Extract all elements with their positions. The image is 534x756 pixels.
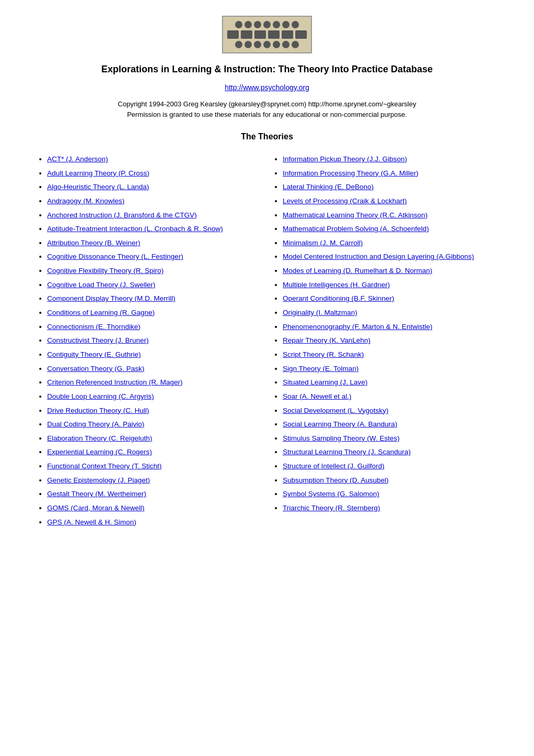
list-item: Experiential Learning (C. Rogers) [47, 445, 262, 459]
list-item: Script Theory (R. Schank) [283, 347, 497, 361]
list-item: Multiple Intelligences (H. Gardner) [283, 278, 497, 292]
list-item: Aptitude-Treatment Interaction (L. Cronb… [47, 222, 262, 236]
theory-link[interactable]: Minimalism (J. M. Carroll) [283, 239, 363, 247]
list-item: Symbol Systems (G. Salomon) [283, 487, 497, 501]
list-item: Modes of Learning (D. Rumelhart & D. Nor… [283, 264, 497, 278]
theory-link[interactable]: Stimulus Sampling Theory (W. Estes) [283, 434, 399, 442]
theory-link[interactable]: Social Development (L. Vygotsky) [283, 407, 388, 414]
theory-link[interactable]: Cognitive Flexibility Theory (R. Spiro) [47, 267, 164, 275]
theory-link[interactable]: Information Processing Theory (G.A. Mill… [283, 169, 418, 177]
theory-link[interactable]: Social Learning Theory (A. Bandura) [283, 420, 397, 428]
theory-link[interactable]: Conditions of Learning (R. Gagne) [47, 309, 155, 316]
list-item: Elaboration Theory (C. Reigeluth) [47, 431, 262, 445]
theory-link[interactable]: Cognitive Dissonance Theory (L. Festinge… [47, 253, 183, 260]
list-item: Connectionism (E. Thorndike) [47, 320, 262, 334]
theory-link[interactable]: Aptitude-Treatment Interaction (L. Cronb… [47, 225, 223, 233]
list-item: Levels of Processing (Craik & Lockhart) [283, 194, 497, 208]
theory-link[interactable]: Algo-Heuristic Theory (L. Landa) [47, 183, 149, 191]
theory-link[interactable]: Andragogy (M. Knowles) [47, 197, 125, 205]
list-item: Sign Theory (E. Tolman) [283, 361, 497, 376]
theory-link[interactable]: Levels of Processing (Craik & Lockhart) [283, 197, 407, 205]
list-item: Adult Learning Theory (P. Cross) [47, 166, 262, 180]
list-item: Model Centered Instruction and Design La… [283, 249, 497, 264]
theory-link[interactable]: Symbol Systems (G. Salomon) [283, 490, 380, 498]
theory-link[interactable]: Criterion Referenced Instruction (R. Mag… [47, 378, 183, 386]
theory-link[interactable]: Attribution Theory (B. Weiner) [47, 239, 140, 247]
theory-link[interactable]: Double Loop Learning (C. Argyris) [47, 392, 154, 400]
theory-link[interactable]: Genetic Epistemology (J. Piaget) [47, 476, 150, 484]
logo-container [31, 16, 503, 53]
list-item: Mathematical Learning Theory (R.C. Atkin… [283, 208, 497, 222]
list-item: Minimalism (J. M. Carroll) [283, 236, 497, 250]
theory-link[interactable]: Structural Learning Theory (J. Scandura) [283, 448, 410, 456]
theories-list: ACT* (J. Anderson)Adult Learning Theory … [31, 152, 503, 529]
theory-link[interactable]: Multiple Intelligences (H. Gardner) [283, 281, 390, 289]
theory-link[interactable]: Functional Context Theory (T. Sticht) [47, 462, 162, 470]
theory-link[interactable]: Gestalt Theory (M. Wertheimer) [47, 490, 146, 498]
list-item: Operant Conditioning (B.F. Skinner) [283, 291, 497, 305]
theory-link[interactable]: Cognitive Load Theory (J. Sweller) [47, 281, 155, 289]
theory-link[interactable]: Sign Theory (E. Tolman) [283, 365, 359, 372]
theory-link[interactable]: Drive Reduction Theory (C. Hull) [47, 407, 149, 414]
list-item: Subsumption Theory (D. Ausubel) [283, 473, 497, 487]
theory-link[interactable]: Dual Coding Theory (A. Paivio) [47, 420, 144, 428]
list-item: Dual Coding Theory (A. Paivio) [47, 417, 262, 431]
list-item: Soar (A. Newell et al.) [283, 389, 497, 403]
theory-link[interactable]: ACT* (J. Anderson) [47, 155, 108, 163]
list-item: Social Learning Theory (A. Bandura) [283, 417, 497, 431]
theory-link[interactable]: Contiguity Theory (E. Guthrie) [47, 350, 141, 358]
list-item: Genetic Epistemology (J. Piaget) [47, 473, 262, 487]
theory-link[interactable]: Modes of Learning (D. Rumelhart & D. Nor… [283, 267, 432, 275]
theory-link[interactable]: Subsumption Theory (D. Ausubel) [283, 476, 388, 484]
list-item: Criterion Referenced Instruction (R. Mag… [47, 375, 262, 389]
list-item: Anchored Instruction (J. Bransford & the… [47, 208, 262, 222]
theory-link[interactable]: Information Pickup Theory (J.J. Gibson) [283, 155, 407, 163]
theory-link[interactable]: Mathematical Problem Solving (A. Schoenf… [283, 225, 429, 233]
website-link[interactable]: http://www.psychology.org [225, 83, 309, 92]
theory-link[interactable]: Soar (A. Newell et al.) [283, 392, 351, 400]
theory-link[interactable]: Constructivist Theory (J. Bruner) [47, 336, 149, 344]
list-item: Structure of Intellect (J. Guilford) [283, 459, 497, 473]
list-item: Conversation Theory (G. Pask) [47, 361, 262, 376]
list-item: Cognitive Dissonance Theory (L. Festinge… [47, 249, 262, 264]
theory-link[interactable]: GOMS (Card, Moran & Newell) [47, 504, 144, 512]
theory-link[interactable]: Elaboration Theory (C. Reigeluth) [47, 434, 152, 442]
right-column: Information Pickup Theory (J.J. Gibson)I… [267, 152, 503, 515]
theory-link[interactable]: Script Theory (R. Schank) [283, 350, 364, 358]
list-item: Cognitive Flexibility Theory (R. Spiro) [47, 264, 262, 278]
url-container: http://www.psychology.org [31, 83, 503, 92]
theory-link[interactable]: Phenomenonography (F. Marton & N. Entwis… [283, 323, 432, 331]
theory-link[interactable]: Repair Theory (K. VanLehn) [283, 336, 371, 344]
list-item: Andragogy (M. Knowles) [47, 194, 262, 208]
theory-link[interactable]: Conversation Theory (G. Pask) [47, 365, 144, 372]
list-item: Lateral Thinking (E. DeBono) [283, 180, 497, 194]
theory-link[interactable]: Triarchic Theory (R. Sternberg) [283, 504, 380, 512]
list-item: Mathematical Problem Solving (A. Schoenf… [283, 222, 497, 236]
list-item: Gestalt Theory (M. Wertheimer) [47, 487, 262, 501]
list-item: Structural Learning Theory (J. Scandura) [283, 445, 497, 459]
list-item: Contiguity Theory (E. Guthrie) [47, 347, 262, 361]
theory-link[interactable]: Lateral Thinking (E. DeBono) [283, 183, 374, 191]
theory-link[interactable]: Situated Learning (J. Lave) [283, 378, 368, 386]
list-item: Repair Theory (K. VanLehn) [283, 333, 497, 347]
theory-link[interactable]: Connectionism (E. Thorndike) [47, 323, 140, 331]
theory-link[interactable]: Originality (I. Maltzman) [283, 309, 358, 316]
theory-link[interactable]: Anchored Instruction (J. Bransford & the… [47, 211, 197, 219]
section-title: The Theories [31, 132, 503, 141]
list-item: Information Pickup Theory (J.J. Gibson) [283, 152, 497, 166]
theory-link[interactable]: Component Display Theory (M.D. Merrill) [47, 294, 175, 302]
list-item: GOMS (Card, Moran & Newell) [47, 501, 262, 515]
theory-link[interactable]: Mathematical Learning Theory (R.C. Atkin… [283, 211, 428, 219]
list-item: Constructivist Theory (J. Bruner) [47, 333, 262, 347]
theory-link[interactable]: GPS (A. Newell & H. Simon) [47, 518, 136, 526]
theory-link[interactable]: Structure of Intellect (J. Guilford) [283, 462, 384, 470]
theory-link[interactable]: Experiential Learning (C. Rogers) [47, 448, 152, 456]
theory-link[interactable]: Operant Conditioning (B.F. Skinner) [283, 294, 394, 302]
list-item: GPS (A. Newell & H. Simon) [47, 515, 262, 529]
list-item: Social Development (L. Vygotsky) [283, 403, 497, 418]
list-item: ACT* (J. Anderson) [47, 152, 262, 166]
theory-link[interactable]: Adult Learning Theory (P. Cross) [47, 169, 149, 177]
logo-image [222, 16, 312, 53]
theory-link[interactable]: Model Centered Instruction and Design La… [283, 253, 474, 260]
list-item: Originality (I. Maltzman) [283, 305, 497, 320]
